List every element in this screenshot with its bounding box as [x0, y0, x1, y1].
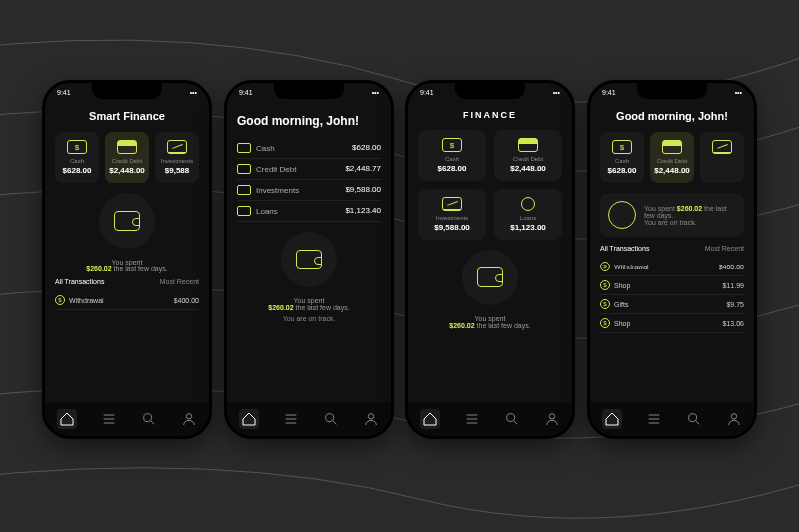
tx-row[interactable]: $Shop$11.99: [600, 276, 744, 295]
status-icons: •••: [190, 89, 197, 96]
row-loans[interactable]: Loans$1,123.40: [237, 201, 381, 222]
svg-point-5: [549, 414, 554, 419]
phone-morning-list: 9:41••• Good morning, John! Cash$628.00 …: [224, 80, 394, 439]
progress-ring-icon: [608, 201, 636, 229]
wallet-icon: [114, 211, 140, 231]
svg-point-6: [689, 414, 697, 422]
tab-recent[interactable]: Most Recent: [160, 278, 199, 285]
status-time: 9:41: [602, 89, 616, 96]
greeting: Good morning, John!: [237, 114, 381, 128]
tab-recent[interactable]: Most Recent: [705, 245, 744, 252]
svg-point-1: [186, 414, 191, 419]
card-cash[interactable]: Cash$628.00: [418, 130, 486, 181]
svg-point-7: [731, 414, 736, 419]
row-credit[interactable]: Credit Debt$2,448.77: [237, 159, 381, 180]
nav-search[interactable]: [141, 411, 157, 427]
bottom-nav: [227, 402, 391, 436]
nav-home[interactable]: [602, 409, 622, 429]
row-invest[interactable]: Investments$9,588.00: [237, 180, 381, 201]
phone-finance-grid: 9:41••• FINANCE Cash$628.00 Credit Debt$…: [405, 80, 575, 439]
loan-icon: [237, 206, 251, 216]
card-cash[interactable]: Cash$628.00: [600, 132, 644, 183]
nav-home[interactable]: [57, 409, 77, 429]
bottom-nav: [408, 402, 572, 436]
wallet-button[interactable]: [281, 232, 337, 287]
tx-row[interactable]: $Shop$13.06: [600, 314, 744, 333]
nav-search[interactable]: [686, 411, 702, 427]
greeting: Good morning, John!: [600, 110, 744, 122]
spent-card[interactable]: You spent $260.02 the last few days.You …: [600, 193, 744, 237]
tx-row[interactable]: $Gifts$9.75: [600, 295, 744, 314]
nav-profile[interactable]: [726, 411, 742, 427]
wallet-icon: [477, 267, 503, 287]
app-title: Smart Finance: [55, 110, 199, 122]
wallet-button[interactable]: [99, 193, 155, 249]
credit-card-icon: [662, 140, 682, 154]
spent-summary: You spent$260.02 the last few days.: [55, 259, 199, 272]
nav-list[interactable]: [646, 411, 662, 427]
card-investments[interactable]: Investments$9,588: [155, 132, 199, 183]
accounts-row: Cash$628.00 Credit Debt$2,448.00 Investm…: [55, 132, 199, 183]
dollar-icon: $: [600, 262, 610, 271]
row-cash[interactable]: Cash$628.00: [237, 138, 381, 159]
tx-row[interactable]: $Withdrawal$400.00: [55, 291, 199, 310]
track-status: You are on track.: [237, 315, 381, 322]
cash-icon: [612, 140, 632, 154]
card-loans[interactable]: Loans$1,123.00: [494, 189, 562, 240]
brand-title: FINANCE: [418, 110, 562, 120]
credit-card-icon: [518, 138, 538, 152]
nav-profile[interactable]: [181, 411, 197, 427]
spent-summary: You spent$260.02 the last few days.: [418, 315, 562, 329]
nav-home[interactable]: [239, 409, 259, 429]
tab-all[interactable]: All Transactions: [600, 245, 649, 252]
card-cash[interactable]: Cash$628.00: [55, 132, 99, 183]
credit-card-icon: [117, 140, 137, 154]
chart-icon: [167, 140, 187, 154]
chart-icon: [237, 185, 251, 195]
tx-row[interactable]: $Withdrawal$400.00: [600, 258, 744, 276]
nav-search[interactable]: [323, 411, 339, 427]
nav-home[interactable]: [420, 409, 440, 429]
phone-morning-tx: 9:41••• Good morning, John! Cash$628.00 …: [587, 80, 757, 439]
nav-list[interactable]: [283, 411, 299, 427]
card-credit[interactable]: Credit Debt$2,448.00: [105, 132, 149, 183]
nav-list[interactable]: [464, 411, 480, 427]
svg-point-2: [326, 414, 334, 422]
dollar-icon: $: [600, 318, 610, 328]
credit-card-icon: [237, 164, 251, 174]
nav-profile[interactable]: [544, 411, 560, 427]
cash-icon: [442, 138, 462, 152]
spent-summary: You spent$260.02 the last few days.: [237, 297, 381, 311]
wallet-button[interactable]: [462, 250, 518, 305]
card-invest[interactable]: Investments$9,588.00: [418, 189, 486, 240]
loan-icon: [521, 197, 535, 211]
card-credit[interactable]: Credit Debt$2,448.00: [650, 132, 694, 183]
svg-point-4: [507, 414, 515, 422]
bottom-nav: [45, 402, 209, 436]
dollar-icon: $: [600, 280, 610, 290]
phone-smart-finance: 9:41••• Smart Finance Cash$628.00 Credit…: [42, 80, 212, 439]
tx-tabs: All TransactionsMost Recent: [600, 245, 744, 252]
nav-list[interactable]: [101, 411, 117, 427]
card-credit[interactable]: Credit Debt$2,448.00: [494, 130, 562, 181]
bottom-nav: [590, 402, 754, 436]
card-more[interactable]: [700, 132, 744, 183]
status-time: 9:41: [57, 89, 71, 96]
status-time: 9:41: [239, 89, 253, 96]
tab-all[interactable]: All Transactions: [55, 278, 104, 285]
dollar-icon: $: [55, 295, 65, 305]
status-time: 9:41: [420, 89, 434, 96]
accounts-row: Cash$628.00 Credit Debt$2,448.00: [600, 132, 744, 183]
chart-icon: [442, 197, 462, 211]
tx-tabs: All TransactionsMost Recent: [55, 278, 199, 285]
dollar-icon: $: [600, 299, 610, 309]
svg-point-3: [368, 414, 373, 419]
nav-search[interactable]: [504, 411, 520, 427]
accounts-grid: Cash$628.00 Credit Debt$2,448.00 Investm…: [418, 130, 562, 240]
cash-icon: [237, 143, 251, 153]
chart-icon: [712, 140, 732, 154]
nav-profile[interactable]: [363, 411, 379, 427]
cash-icon: [67, 140, 87, 154]
wallet-icon: [296, 250, 322, 269]
svg-point-0: [144, 414, 152, 422]
